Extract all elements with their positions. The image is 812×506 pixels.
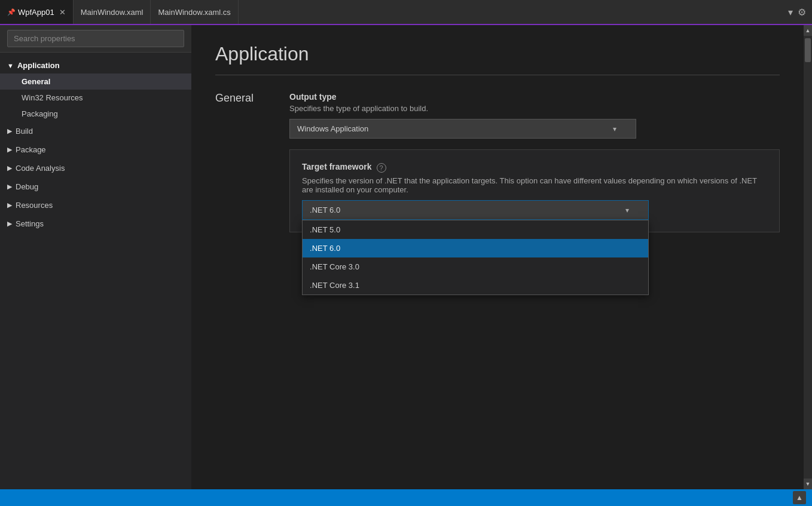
target-framework-section: Target framework ? Specifies the version… [289, 149, 780, 232]
sidebar-subitem-label: General [22, 77, 50, 86]
tab-label: MainWindow.xaml.cs [158, 8, 230, 17]
target-framework-label: Target framework [302, 162, 371, 171]
sidebar-item-label: Build [16, 127, 33, 136]
pin-icon: 📌 [7, 8, 16, 16]
target-framework-desc: Specifies the version of .NET that the a… [302, 176, 767, 194]
section-label: General [215, 92, 254, 104]
tab-bar: 📌 WpfApp01 ✕ MainWindow.xaml MainWindow.… [0, 0, 812, 25]
content-divider [215, 75, 780, 75]
search-input[interactable] [7, 30, 184, 47]
output-type-select-wrapper: Windows Application ▾ [289, 119, 636, 139]
scrollbar-thumb[interactable] [805, 38, 811, 62]
chevron-right-icon: ▶ [7, 201, 12, 209]
main-layout: ▼ Application General Win32 Resources Pa… [0, 25, 812, 489]
sidebar-item-codeanalysis[interactable]: ▶ Code Analysis [0, 159, 191, 177]
sidebar-item-package[interactable]: ▶ Package [0, 140, 191, 159]
bottom-bar-right: ▲ [793, 491, 806, 504]
dropdown-item-netcore30[interactable]: .NET Core 3.0 [303, 257, 648, 276]
target-framework-dropdown: .NET 5.0 .NET 6.0 .NET Core 3.0 .NET Cor… [302, 220, 649, 295]
sidebar-subitem-label: Packaging [22, 109, 58, 118]
sidebar-item-label: Settings [16, 219, 44, 228]
sidebar-item-resources[interactable]: ▶ Resources [0, 196, 191, 214]
scroll-down-button[interactable]: ▼ [804, 479, 812, 489]
output-type-select[interactable]: Windows Application ▾ [289, 119, 636, 139]
target-framework-select[interactable]: .NET 6.0 ▾ [302, 200, 649, 220]
sidebar-subitem-general[interactable]: General [0, 73, 191, 90]
target-framework-select-wrapper: .NET 6.0 ▾ .NET 5.0 .NET 6.0 [302, 200, 649, 220]
output-type-desc: Specifies the type of application to bui… [289, 104, 780, 113]
tab-mainwindow-xaml[interactable]: MainWindow.xaml [74, 0, 151, 24]
sidebar-nav: ▼ Application General Win32 Resources Pa… [0, 53, 191, 489]
sidebar-item-label: Debug [16, 182, 38, 191]
output-type-label: Output type [289, 92, 780, 102]
dropdown-arrow-icon: ▾ [613, 125, 616, 133]
sidebar-item-label: Package [16, 145, 46, 154]
sidebar-subitem-packaging[interactable]: Packaging [0, 106, 191, 122]
tab-actions: ▾ ⚙ [782, 7, 812, 18]
sidebar-item-settings[interactable]: ▶ Settings [0, 214, 191, 233]
chevron-right-icon: ▶ [7, 146, 12, 154]
section-label-wrapper: General [215, 92, 254, 232]
dropdown-arrow-icon: ▾ [625, 206, 629, 214]
sidebar-item-label: Code Analysis [16, 164, 65, 173]
sidebar-item-application[interactable]: ▼ Application [0, 57, 191, 73]
dropdown-item-net50[interactable]: .NET 5.0 [303, 220, 648, 239]
sidebar-subitem-label: Win32 Resources [22, 93, 83, 102]
chevron-right-icon: ▶ [7, 220, 12, 228]
content-area: Application General Output type Specifie… [191, 25, 804, 489]
scroll-up-button[interactable]: ▲ [804, 25, 812, 36]
help-icon[interactable]: ? [377, 163, 386, 173]
sidebar-item-label: Application [17, 61, 60, 70]
bottom-bar: ▲ [0, 489, 812, 506]
sidebar-item-build[interactable]: ▶ Build [0, 122, 191, 140]
target-framework-label-row: Target framework ? [302, 162, 767, 174]
search-bar [0, 25, 191, 53]
chevron-right-icon: ▶ [7, 164, 12, 172]
tab-label: MainWindow.xaml [81, 8, 144, 17]
dropdown-item-net60[interactable]: .NET 6.0 [303, 239, 648, 257]
sidebar-subitem-win32resources[interactable]: Win32 Resources [0, 90, 191, 106]
close-icon[interactable]: ✕ [59, 8, 66, 17]
output-type-value: Windows Application [297, 124, 368, 133]
dropdown-item-netcore31[interactable]: .NET Core 3.1 [303, 276, 648, 295]
settings-gear-icon[interactable]: ⚙ [798, 7, 806, 18]
output-type-group: Output type Specifies the type of applic… [289, 92, 780, 139]
tab-label: WpfApp01 [18, 8, 54, 17]
scroll-to-top-button[interactable]: ▲ [793, 491, 806, 504]
sidebar-item-label: Resources [16, 201, 53, 210]
chevron-right-icon: ▶ [7, 183, 12, 191]
tab-wpfapp01[interactable]: 📌 WpfApp01 ✕ [0, 0, 74, 24]
page-title: Application [215, 43, 780, 65]
sidebar: ▼ Application General Win32 Resources Pa… [0, 25, 191, 489]
chevron-right-icon: ▶ [7, 127, 12, 135]
target-framework-value: .NET 6.0 [310, 206, 340, 214]
tab-list-arrow-icon[interactable]: ▾ [788, 7, 793, 18]
right-scrollbar: ▲ ▼ [804, 25, 812, 489]
tab-mainwindow-xaml-cs[interactable]: MainWindow.xaml.cs [151, 0, 238, 24]
chevron-down-icon: ▼ [7, 62, 14, 69]
sidebar-item-debug[interactable]: ▶ Debug [0, 177, 191, 196]
properties-panel: Output type Specifies the type of applic… [289, 92, 780, 232]
content-body: General Output type Specifies the type o… [215, 92, 780, 232]
